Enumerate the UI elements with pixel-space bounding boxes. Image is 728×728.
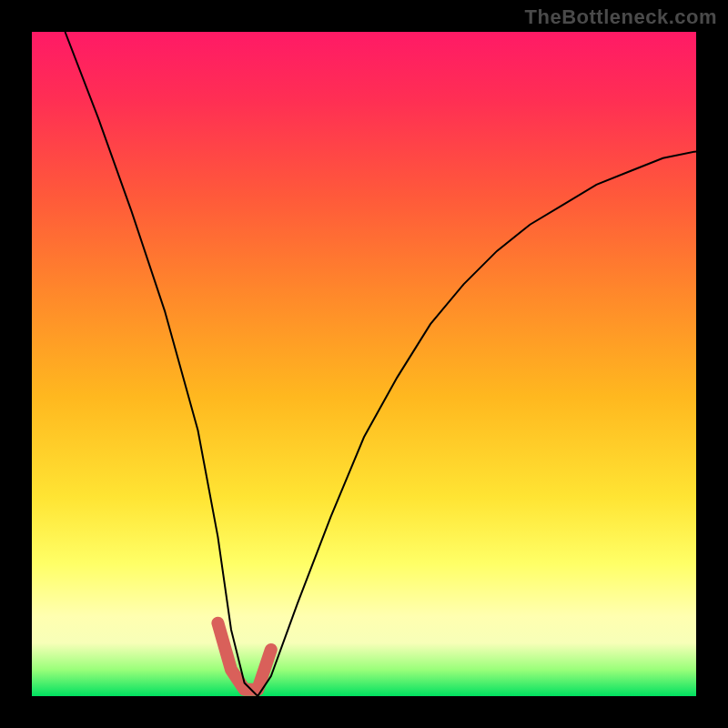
chart-frame: TheBottleneck.com [0, 0, 728, 728]
main-curve [66, 32, 697, 696]
watermark-text: TheBottleneck.com [525, 5, 717, 29]
curve-layer [32, 32, 696, 696]
plot-area [32, 32, 696, 696]
